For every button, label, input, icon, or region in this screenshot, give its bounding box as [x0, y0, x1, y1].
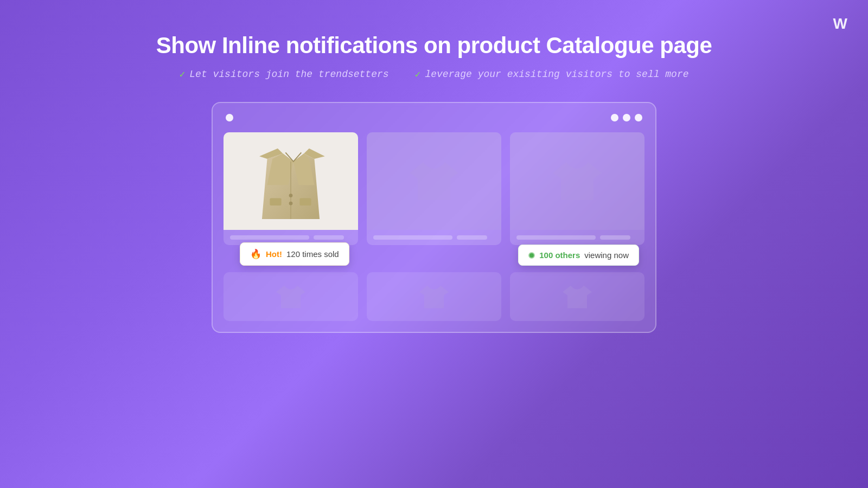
subtitle-item-1: ✓ Let visitors join the trendsetters — [179, 68, 388, 80]
browser-dots-right — [611, 114, 642, 121]
product-grid-second — [224, 272, 644, 321]
logo-text: W — [833, 15, 846, 32]
checkmark-icon-1: ✓ — [179, 68, 185, 80]
hot-label: Hot! — [266, 249, 282, 259]
tshirt-ghost-svg-1 — [407, 154, 461, 208]
hot-text: 120 times sold — [286, 249, 339, 259]
product-card-1 — [224, 132, 358, 245]
skeleton-3 — [516, 235, 638, 240]
product-card-second-2 — [367, 272, 501, 321]
skeleton-line-3a — [516, 235, 596, 240]
hot-badge: 🔥 Hot! 120 times sold — [240, 242, 349, 266]
product-image-ghost-2 — [510, 132, 644, 230]
svg-point-1 — [289, 194, 293, 197]
subtitle-text-1: Let visitors join the trendsetters — [189, 69, 388, 80]
product-image-ghost-1 — [367, 132, 501, 230]
page-title: Show Inline notifications on product Cat… — [156, 33, 712, 59]
product-row-first: 🔥 Hot! 120 times sold 100 others viewing… — [224, 132, 644, 245]
checkmark-icon-2: ✓ — [415, 68, 421, 80]
skeleton-2 — [373, 235, 495, 240]
svg-rect-3 — [270, 198, 281, 206]
product-card-3 — [510, 132, 644, 245]
product-grid — [224, 132, 644, 245]
fire-icon: 🔥 — [250, 248, 261, 260]
browser-mockup: 🔥 Hot! 120 times sold 100 others viewing… — [212, 102, 656, 333]
browser-dot-2 — [623, 114, 630, 121]
viewers-badge: 100 others viewing now — [518, 245, 639, 266]
product-card-2-bottom — [367, 230, 501, 245]
product-card-second-1 — [224, 272, 358, 321]
product-card-3-bottom — [510, 230, 644, 245]
tshirt-second-2 — [418, 282, 450, 312]
skeleton-line-2a — [373, 235, 452, 240]
product-image-blazer — [224, 132, 358, 230]
browser-toolbar — [224, 114, 644, 121]
viewers-count: 100 others — [539, 251, 580, 260]
browser-dot-3 — [635, 114, 642, 121]
logo: W — [833, 15, 846, 33]
product-card-2 — [367, 132, 501, 245]
skeleton-line-3b — [600, 235, 630, 240]
green-dot-icon — [528, 252, 535, 259]
tshirt-second-1 — [275, 282, 307, 312]
svg-point-2 — [289, 202, 293, 206]
browser-dot-left — [226, 114, 233, 121]
subtitle-row: ✓ Let visitors join the trendsetters ✓ l… — [179, 68, 688, 80]
tshirt-second-3 — [561, 282, 593, 312]
svg-rect-4 — [299, 198, 311, 206]
skeleton-line-1b — [314, 235, 344, 240]
viewers-text: viewing now — [584, 251, 629, 260]
tshirt-ghost-svg-2 — [550, 154, 604, 208]
skeleton-1 — [230, 235, 352, 240]
subtitle-text-2: leverage your exisiting visitors to sell… — [425, 69, 688, 80]
skeleton-line-2b — [457, 235, 487, 240]
product-card-second-3 — [510, 272, 644, 321]
skeleton-line-1a — [230, 235, 309, 240]
subtitle-item-2: ✓ leverage your exisiting visitors to se… — [415, 68, 689, 80]
browser-dot-1 — [611, 114, 618, 121]
blazer-svg — [256, 143, 326, 219]
